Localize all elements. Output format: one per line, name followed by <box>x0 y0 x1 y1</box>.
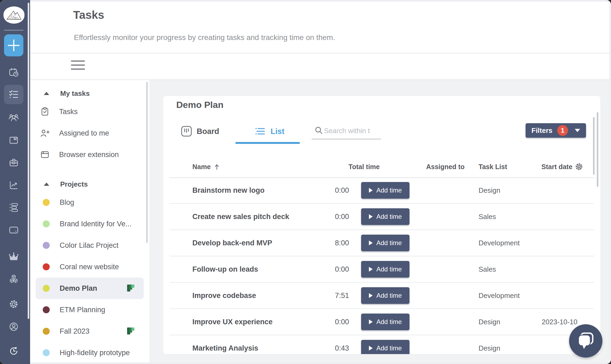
integrations-cubes-icon[interactable] <box>4 270 23 289</box>
chat-launcher-button[interactable] <box>569 324 602 358</box>
rail-scrollbar[interactable] <box>28 3 29 319</box>
projects-section-header[interactable]: Projects <box>30 177 149 192</box>
browser-card-icon[interactable] <box>4 220 23 240</box>
search-box <box>312 122 381 139</box>
sidebar-scrollbar[interactable] <box>146 82 148 243</box>
sidebar-project-item[interactable]: Brand Identity for Ve... <box>36 213 144 235</box>
main-content: Demo Plan Board List <box>149 80 611 364</box>
search-icon <box>314 126 324 135</box>
menu-hamburger-button[interactable] <box>71 60 85 72</box>
settings-gear-icon[interactable] <box>4 294 23 314</box>
chat-bubble-icon <box>577 332 594 350</box>
search-input[interactable] <box>324 124 380 137</box>
add-time-button[interactable]: Add time <box>361 287 409 304</box>
column-header-total-time[interactable]: Total time <box>348 163 380 171</box>
planner-integration-icon <box>127 284 135 292</box>
project-color-dot <box>43 263 50 270</box>
add-time-button[interactable]: Add time <box>361 314 409 330</box>
add-time-label: Add time <box>376 318 402 326</box>
tab-board-label: Board <box>197 127 219 136</box>
mountain-logo-icon <box>5 9 23 21</box>
account-profile-icon[interactable] <box>4 317 23 336</box>
sidebar-item-label: Browser extension <box>59 151 119 159</box>
task-list-value: Development <box>469 239 524 247</box>
table-row[interactable]: Follow-up on leads 0:00 Add time Sales <box>170 256 594 283</box>
browser-window-icon <box>40 150 49 159</box>
tab-list[interactable]: List <box>254 123 285 139</box>
tasks-icon[interactable] <box>4 85 23 104</box>
collapse-triangle-icon[interactable] <box>44 183 49 186</box>
table-row[interactable]: Create new sales pitch deck 0:00 Add tim… <box>170 204 594 230</box>
project-label: Blog <box>60 198 74 207</box>
filters-count-badge: 1 <box>557 125 568 136</box>
workspace-logo[interactable] <box>3 6 24 24</box>
window-frame-top <box>30 0 611 2</box>
project-color-dot <box>43 220 50 227</box>
task-name: Create new sales pitch deck <box>170 213 290 221</box>
project-color-dot <box>43 306 50 313</box>
play-icon <box>369 188 373 193</box>
page-title: Tasks <box>73 9 104 21</box>
left-icon-rail <box>0 0 30 364</box>
sidebar-project-item[interactable]: Demo Plan <box>36 278 144 299</box>
project-color-dot <box>43 328 50 335</box>
add-time-button[interactable]: Add time <box>361 208 409 225</box>
sidebar-item-assigned-to-me[interactable]: Assigned to me <box>30 122 149 144</box>
add-time-button[interactable]: Add time <box>361 182 409 199</box>
sidebar-project-item[interactable]: Blog <box>36 192 144 213</box>
table-row[interactable]: Marketing Analysis 0:43 Add time Design <box>170 335 594 354</box>
task-list-value: Development <box>469 292 524 300</box>
add-time-button[interactable]: Add time <box>361 261 409 278</box>
play-icon <box>369 346 373 351</box>
tab-board[interactable]: Board <box>181 123 219 139</box>
column-header-name[interactable]: Name <box>192 163 220 171</box>
table-row[interactable]: Brainstorm new logo 0:00 Add time Design <box>170 177 594 204</box>
upgrade-crown-icon[interactable] <box>4 247 23 266</box>
filters-label: Filters <box>531 126 552 135</box>
column-header-assigned-to[interactable]: Assigned to <box>426 163 465 171</box>
clients-briefcase-icon[interactable] <box>4 153 23 172</box>
active-tab-underline <box>235 142 300 144</box>
reports-chart-icon[interactable] <box>4 176 23 195</box>
task-name: Follow-up on leads <box>170 265 290 274</box>
sidebar-project-item[interactable]: Color Lilac Project <box>36 235 144 256</box>
add-time-button[interactable]: Add time <box>361 235 409 251</box>
table-scrollbar[interactable] <box>593 117 595 175</box>
task-total-time: 0:00 <box>290 186 349 195</box>
table-row[interactable]: Develop back-end MVP 8:00 Add time Devel… <box>170 230 594 256</box>
history-icon[interactable] <box>4 341 23 361</box>
play-icon <box>369 267 373 272</box>
table-row[interactable]: Improve codebase 7:51 Add time Developme… <box>170 283 594 309</box>
my-tasks-section-header[interactable]: My tasks <box>30 86 149 101</box>
column-settings-gear-icon[interactable] <box>575 162 583 171</box>
page-scrollbar[interactable] <box>597 112 598 187</box>
tasks-sidebar: My tasks Tasks Assigned to me Browser ex… <box>30 80 149 364</box>
sidebar-project-item[interactable]: Fall 2023 <box>36 321 144 342</box>
window-frame-right <box>609 0 611 364</box>
sidebar-item-tasks[interactable]: Tasks <box>30 101 149 122</box>
calendar-schedule-icon[interactable] <box>4 63 23 82</box>
sidebar-item-browser-extension[interactable]: Browser extension <box>30 144 149 165</box>
task-list-value: Design <box>469 186 524 195</box>
filters-button[interactable]: Filters 1 <box>526 123 586 138</box>
column-header-task-list[interactable]: Task List <box>479 163 507 171</box>
plan-card: Demo Plan Board List <box>163 96 601 354</box>
column-header-start-date[interactable]: Start date <box>541 163 572 171</box>
add-time-button[interactable]: Add time <box>361 340 409 354</box>
clipboard-check-icon <box>40 107 49 116</box>
add-time-label: Add time <box>376 213 402 220</box>
collapse-triangle-icon[interactable] <box>44 92 49 95</box>
sidebar-project-item[interactable]: Coral new website <box>36 256 144 278</box>
sidebar-project-item[interactable]: ETM Planning <box>36 299 144 321</box>
toolbar <box>30 53 611 80</box>
team-icon[interactable] <box>4 108 23 127</box>
task-name: Develop back-end MVP <box>170 239 290 247</box>
table-row[interactable]: Improve UX experience 0:00 Add time Desi… <box>170 309 594 335</box>
milestones-list-icon[interactable] <box>4 198 23 217</box>
add-new-entry-button[interactable] <box>4 34 23 56</box>
play-icon <box>369 293 373 298</box>
projects-folder-icon[interactable] <box>4 130 23 150</box>
sidebar-item-label: Assigned to me <box>59 129 109 137</box>
sidebar-project-item[interactable]: High-fidelity prototype <box>36 342 144 363</box>
task-name: Brainstorm new logo <box>170 186 290 195</box>
